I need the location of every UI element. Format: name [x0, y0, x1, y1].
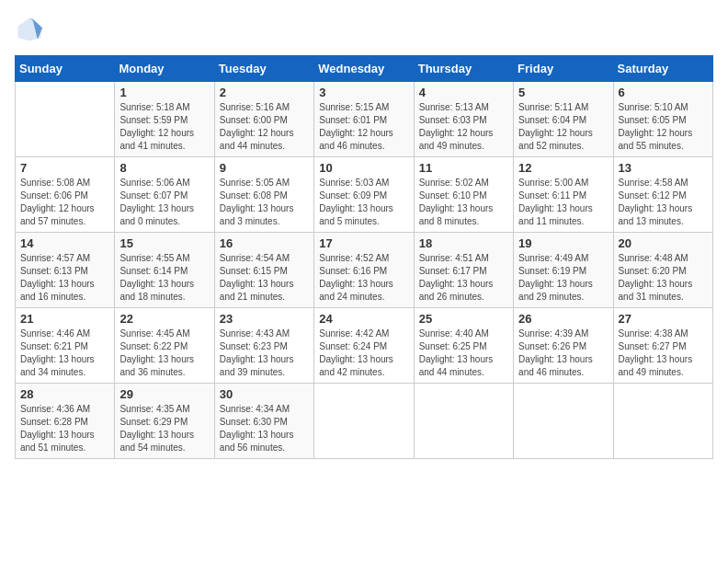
- day-info: Sunrise: 4:55 AMSunset: 6:14 PMDaylight:…: [119, 252, 209, 304]
- calendar-cell: 9Sunrise: 5:05 AMSunset: 6:08 PMDaylight…: [214, 157, 313, 233]
- day-info: Sunrise: 4:46 AMSunset: 6:21 PMDaylight:…: [20, 327, 109, 379]
- day-number: 9: [220, 161, 309, 175]
- day-number: 1: [119, 86, 209, 99]
- day-info: Sunrise: 5:11 AMSunset: 6:04 PMDaylight:…: [518, 101, 608, 153]
- day-info: Sunrise: 4:35 AMSunset: 6:29 PMDaylight:…: [119, 403, 209, 454]
- day-number: 4: [419, 86, 508, 99]
- calendar-cell: 26Sunrise: 4:39 AMSunset: 6:26 PMDayligh…: [514, 308, 613, 384]
- calendar-cell: 12Sunrise: 5:00 AMSunset: 6:11 PMDayligh…: [514, 157, 613, 233]
- day-number: 20: [619, 236, 708, 250]
- calendar-cell: 8Sunrise: 5:06 AMSunset: 6:07 PMDaylight…: [115, 157, 214, 233]
- day-number: 2: [220, 86, 309, 99]
- day-info: Sunrise: 4:45 AMSunset: 6:22 PMDaylight:…: [119, 327, 209, 379]
- day-info: Sunrise: 4:48 AMSunset: 6:20 PMDaylight:…: [619, 252, 708, 304]
- calendar-cell: 28Sunrise: 4:36 AMSunset: 6:28 PMDayligh…: [16, 384, 115, 459]
- calendar-cell: 30Sunrise: 4:34 AMSunset: 6:30 PMDayligh…: [214, 384, 313, 459]
- header-day-thursday: Thursday: [414, 56, 513, 82]
- day-number: 21: [20, 312, 109, 326]
- header-row: SundayMondayTuesdayWednesdayThursdayFrid…: [16, 56, 713, 82]
- day-number: 6: [619, 86, 708, 99]
- day-info: Sunrise: 5:13 AMSunset: 6:03 PMDaylight:…: [419, 101, 508, 153]
- day-number: 22: [119, 312, 209, 326]
- week-row-2: 7Sunrise: 5:08 AMSunset: 6:06 PMDaylight…: [16, 157, 713, 233]
- day-info: Sunrise: 5:05 AMSunset: 6:08 PMDaylight:…: [220, 177, 309, 228]
- day-info: Sunrise: 5:08 AMSunset: 6:06 PMDaylight:…: [20, 177, 109, 228]
- day-info: Sunrise: 4:38 AMSunset: 6:27 PMDaylight:…: [619, 327, 708, 379]
- day-number: 10: [319, 161, 408, 175]
- day-info: Sunrise: 4:49 AMSunset: 6:19 PMDaylight:…: [518, 252, 608, 304]
- calendar-cell: [414, 384, 513, 459]
- day-info: Sunrise: 4:39 AMSunset: 6:26 PMDaylight:…: [518, 327, 608, 379]
- day-number: 25: [419, 312, 508, 326]
- header-day-wednesday: Wednesday: [314, 56, 414, 82]
- day-number: 28: [20, 387, 109, 401]
- day-info: Sunrise: 4:42 AMSunset: 6:24 PMDaylight:…: [319, 327, 408, 379]
- calendar-cell: 3Sunrise: 5:15 AMSunset: 6:01 PMDaylight…: [314, 82, 414, 157]
- day-number: 23: [220, 312, 309, 326]
- logo-icon: [15, 15, 44, 44]
- day-number: 13: [619, 161, 708, 175]
- calendar-cell: [16, 82, 115, 157]
- header-day-monday: Monday: [115, 56, 214, 82]
- day-info: Sunrise: 5:16 AMSunset: 6:00 PMDaylight:…: [220, 101, 309, 153]
- calendar-cell: 11Sunrise: 5:02 AMSunset: 6:10 PMDayligh…: [414, 157, 513, 233]
- calendar-cell: 22Sunrise: 4:45 AMSunset: 6:22 PMDayligh…: [115, 308, 214, 384]
- day-info: Sunrise: 4:51 AMSunset: 6:17 PMDaylight:…: [419, 252, 508, 304]
- header-day-tuesday: Tuesday: [214, 56, 313, 82]
- day-number: 30: [220, 387, 309, 401]
- day-number: 3: [319, 86, 408, 99]
- day-info: Sunrise: 5:00 AMSunset: 6:11 PMDaylight:…: [518, 177, 608, 228]
- day-number: 29: [119, 387, 209, 401]
- calendar-cell: [314, 384, 414, 459]
- day-info: Sunrise: 5:18 AMSunset: 5:59 PMDaylight:…: [119, 101, 209, 153]
- day-info: Sunrise: 5:06 AMSunset: 6:07 PMDaylight:…: [119, 177, 209, 228]
- day-number: 24: [319, 312, 408, 326]
- calendar-cell: 1Sunrise: 5:18 AMSunset: 5:59 PMDaylight…: [115, 82, 214, 157]
- calendar-cell: 27Sunrise: 4:38 AMSunset: 6:27 PMDayligh…: [613, 308, 712, 384]
- page-header: [15, 15, 713, 44]
- day-info: Sunrise: 5:02 AMSunset: 6:10 PMDaylight:…: [419, 177, 508, 228]
- header-day-sunday: Sunday: [16, 56, 115, 82]
- calendar-cell: 15Sunrise: 4:55 AMSunset: 6:14 PMDayligh…: [115, 233, 214, 308]
- day-number: 19: [518, 236, 608, 250]
- day-number: 12: [518, 161, 608, 175]
- week-row-3: 14Sunrise: 4:57 AMSunset: 6:13 PMDayligh…: [16, 233, 713, 308]
- calendar-cell: 13Sunrise: 4:58 AMSunset: 6:12 PMDayligh…: [613, 157, 712, 233]
- day-number: 15: [119, 236, 209, 250]
- day-number: 17: [319, 236, 408, 250]
- day-info: Sunrise: 4:54 AMSunset: 6:15 PMDaylight:…: [220, 252, 309, 304]
- day-number: 26: [518, 312, 608, 326]
- calendar-cell: 23Sunrise: 4:43 AMSunset: 6:23 PMDayligh…: [214, 308, 313, 384]
- calendar-cell: 6Sunrise: 5:10 AMSunset: 6:05 PMDaylight…: [613, 82, 712, 157]
- calendar-cell: 7Sunrise: 5:08 AMSunset: 6:06 PMDaylight…: [16, 157, 115, 233]
- calendar-cell: 20Sunrise: 4:48 AMSunset: 6:20 PMDayligh…: [613, 233, 712, 308]
- calendar-body: 1Sunrise: 5:18 AMSunset: 5:59 PMDaylight…: [16, 82, 713, 459]
- day-info: Sunrise: 5:10 AMSunset: 6:05 PMDaylight:…: [619, 101, 708, 153]
- day-number: 11: [419, 161, 508, 175]
- day-number: 16: [220, 236, 309, 250]
- calendar-cell: [514, 384, 613, 459]
- day-number: 14: [20, 236, 109, 250]
- day-info: Sunrise: 4:34 AMSunset: 6:30 PMDaylight:…: [220, 403, 309, 454]
- calendar-cell: 21Sunrise: 4:46 AMSunset: 6:21 PMDayligh…: [16, 308, 115, 384]
- day-info: Sunrise: 4:58 AMSunset: 6:12 PMDaylight:…: [619, 177, 708, 228]
- calendar-cell: 17Sunrise: 4:52 AMSunset: 6:16 PMDayligh…: [314, 233, 414, 308]
- day-number: 27: [619, 312, 708, 326]
- calendar-cell: 4Sunrise: 5:13 AMSunset: 6:03 PMDaylight…: [414, 82, 513, 157]
- day-info: Sunrise: 4:36 AMSunset: 6:28 PMDaylight:…: [20, 403, 109, 454]
- day-info: Sunrise: 4:43 AMSunset: 6:23 PMDaylight:…: [220, 327, 309, 379]
- calendar-cell: 14Sunrise: 4:57 AMSunset: 6:13 PMDayligh…: [16, 233, 115, 308]
- header-day-friday: Friday: [514, 56, 613, 82]
- calendar-cell: 29Sunrise: 4:35 AMSunset: 6:29 PMDayligh…: [115, 384, 214, 459]
- calendar-cell: 5Sunrise: 5:11 AMSunset: 6:04 PMDaylight…: [514, 82, 613, 157]
- calendar-cell: 2Sunrise: 5:16 AMSunset: 6:00 PMDaylight…: [214, 82, 313, 157]
- calendar-table: SundayMondayTuesdayWednesdayThursdayFrid…: [15, 55, 713, 459]
- calendar-cell: 19Sunrise: 4:49 AMSunset: 6:19 PMDayligh…: [514, 233, 613, 308]
- day-info: Sunrise: 5:03 AMSunset: 6:09 PMDaylight:…: [319, 177, 408, 228]
- header-day-saturday: Saturday: [613, 56, 712, 82]
- week-row-5: 28Sunrise: 4:36 AMSunset: 6:28 PMDayligh…: [16, 384, 713, 459]
- day-number: 7: [20, 161, 109, 175]
- day-number: 5: [518, 86, 608, 99]
- calendar-cell: 10Sunrise: 5:03 AMSunset: 6:09 PMDayligh…: [314, 157, 414, 233]
- logo: [15, 15, 48, 44]
